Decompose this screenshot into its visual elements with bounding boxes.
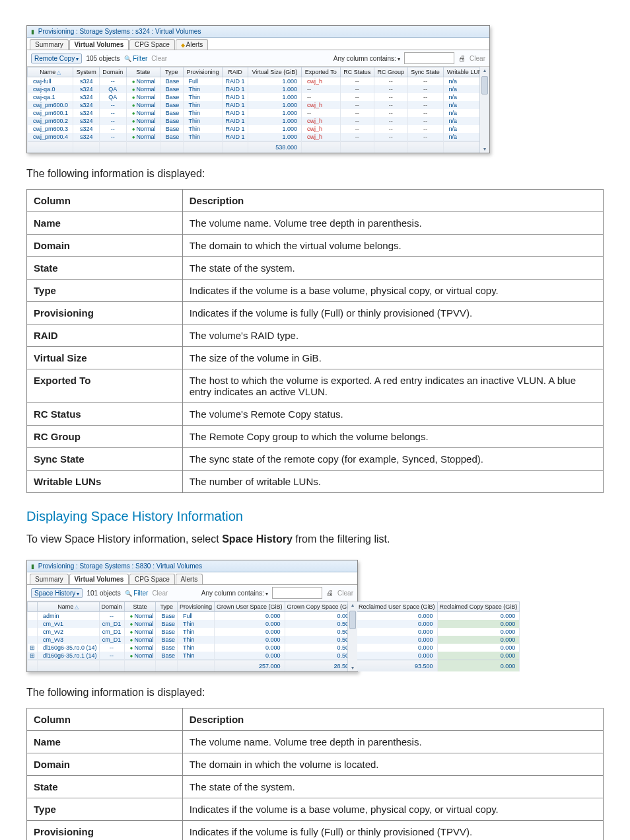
table-row[interactable]: cwj-fulls324--●NormalBaseFullRAID 11.000…: [28, 77, 489, 86]
table-row[interactable]: cwj_pm600.4s324--●NormalBaseThinRAID 11.…: [28, 133, 489, 141]
cell-column-desc: The number of writable LUNs.: [182, 471, 603, 493]
col-type[interactable]: Type: [160, 67, 183, 77]
cell-tree[interactable]: ⊞: [28, 652, 38, 660]
table-row[interactable]: admin--●NormalBaseFull0.0000.0000.0000.0…: [28, 612, 520, 621]
cell-sync: --: [407, 77, 443, 86]
scrollbar-thumb[interactable]: [349, 611, 356, 629]
cell-column-desc: Indicates if the volume is a base volume…: [182, 798, 603, 821]
tab-summary[interactable]: Summary: [30, 574, 69, 584]
scroll-up-icon[interactable]: ▴: [481, 67, 488, 73]
cell-gcs: 0.500: [285, 644, 357, 652]
cell-column-desc: The volume's Remote Copy status.: [182, 403, 603, 426]
cell-column-name: State: [27, 257, 183, 280]
cell-rus: 0.000: [357, 644, 438, 652]
table-row[interactable]: ⊞dl160g6-35.ro.0 (14)--●NormalBaseThin0.…: [28, 644, 520, 652]
scroll-down-icon[interactable]: ▾: [481, 146, 488, 152]
filter-link[interactable]: Filter: [125, 590, 149, 597]
col-virtual-size[interactable]: Virtual Size (GiB): [248, 67, 301, 77]
table-row: RAIDThe volume's RAID type.: [27, 325, 604, 347]
table-row[interactable]: cwj-qa.1s324QA●NormalBaseThinRAID 11.000…: [28, 93, 489, 101]
cell-gus: 0.000: [214, 652, 285, 660]
any-column-label[interactable]: Any column contains:: [333, 55, 400, 62]
col-rc-group[interactable]: RC Group: [374, 67, 407, 77]
vertical-scrollbar[interactable]: ▴ ▾: [479, 67, 489, 153]
col-rc-status[interactable]: RC Status: [340, 67, 374, 77]
col-provisioning[interactable]: Provisioning: [177, 602, 214, 612]
clear-filter-link[interactable]: Clear: [151, 55, 167, 62]
cell-name: admin: [38, 612, 100, 621]
tab-cpg-space[interactable]: CPG Space: [129, 39, 175, 50]
scroll-up-icon[interactable]: ▴: [349, 602, 356, 608]
dcol-description: Description: [182, 190, 603, 212]
state-ok-icon: ●: [132, 118, 135, 124]
table-row: TypeIndicates if the volume is a base vo…: [27, 798, 604, 821]
table-row[interactable]: ⊞dl160g6-35.ro.1 (14)--●NormalBaseThin0.…: [28, 652, 520, 660]
col-sync-state[interactable]: Sync State: [407, 67, 443, 77]
table-row: TypeIndicates if the volume is a base vo…: [27, 280, 604, 302]
cell-column-desc: The volume name. Volume tree depth in pa…: [182, 212, 603, 235]
vertical-scrollbar[interactable]: ▴ ▾: [347, 601, 357, 671]
filter-dropdown[interactable]: Remote Copy: [31, 54, 82, 63]
table-row[interactable]: cm_vv1cm_D1●NormalBaseThin0.0000.5000.00…: [28, 620, 520, 628]
col-type[interactable]: Type: [156, 602, 178, 612]
scrollbar-thumb[interactable]: [481, 76, 488, 95]
cell-export: cwj_h: [301, 117, 340, 125]
filter-link[interactable]: Filter: [124, 55, 148, 62]
cell-tree[interactable]: ⊞: [28, 644, 38, 652]
col-domain[interactable]: Domain: [99, 602, 124, 612]
col-exported-to[interactable]: Exported To: [301, 67, 340, 77]
table-row: Virtual SizeThe size of the volume in Gi…: [27, 347, 604, 369]
clear-button[interactable]: Clear: [470, 55, 485, 62]
table-row[interactable]: cm_vv2cm_D1●NormalBaseThin0.0000.5000.00…: [28, 628, 520, 636]
cell-gus: 0.000: [214, 636, 285, 644]
cell-name: cwj_pm600.3: [28, 125, 73, 133]
tab-cpg-space[interactable]: CPG Space: [129, 574, 175, 584]
col-system[interactable]: System: [73, 67, 100, 77]
col-domain[interactable]: Domain: [100, 67, 127, 77]
col-recl-user[interactable]: Reclaimed User Space (GiB): [357, 602, 438, 612]
tab-summary[interactable]: Summary: [30, 39, 69, 50]
cell-state: ●Normal: [124, 636, 156, 644]
cell-sync: --: [407, 125, 443, 133]
state-ok-icon: ●: [130, 613, 133, 619]
tab-virtual-volumes[interactable]: Virtual Volumes: [69, 574, 129, 584]
table-row[interactable]: cwj_pm600.0s324--●NormalBaseThinRAID 11.…: [28, 101, 489, 109]
scroll-down-icon[interactable]: ▾: [349, 665, 356, 671]
table-row[interactable]: cwj_pm600.3s324--●NormalBaseThinRAID 11.…: [28, 125, 489, 133]
cell-column-desc: The state of the system.: [182, 776, 603, 798]
col-provisioning[interactable]: Provisioning: [183, 67, 223, 77]
table-row[interactable]: cwj_pm600.2s324--●NormalBaseThinRAID 11.…: [28, 117, 489, 125]
col-grown-copy[interactable]: Grown Copy Space (GiB): [285, 602, 357, 612]
cell-tree: [28, 636, 38, 644]
column-filter-input[interactable]: [272, 587, 322, 599]
cell-type: Base: [160, 85, 183, 93]
cell-column-desc: The volume's RAID type.: [182, 325, 603, 347]
tab-alerts[interactable]: Alerts: [176, 574, 203, 584]
print-icon[interactable]: 🖨: [458, 54, 466, 62]
cell-domain: --: [100, 101, 127, 109]
col-raid[interactable]: RAID: [223, 67, 248, 77]
col-name[interactable]: Name△: [28, 67, 73, 77]
filter-dropdown[interactable]: Space History: [31, 588, 83, 598]
clear-filter-link[interactable]: Clear: [152, 590, 168, 597]
tab-alerts[interactable]: ◆Alerts: [176, 39, 209, 50]
cell-rcs: --: [340, 117, 374, 125]
cell-column-name: Sync State: [27, 448, 183, 471]
col-state[interactable]: State: [124, 602, 156, 612]
any-column-label[interactable]: Any column contains:: [201, 590, 268, 597]
col-recl-copy[interactable]: Reclaimed Copy Space (GiB): [437, 602, 520, 612]
print-icon[interactable]: 🖨: [326, 589, 333, 597]
clear-button[interactable]: Clear: [337, 590, 353, 597]
table-row[interactable]: cm_vv3cm_D1●NormalBaseThin0.0000.5000.00…: [28, 636, 520, 644]
cell-column-desc: Indicates if the volume is a base volume…: [182, 280, 603, 302]
column-filter-input[interactable]: [404, 52, 454, 64]
col-name[interactable]: Name△: [38, 602, 100, 612]
cell-rcg: --: [374, 93, 407, 101]
cell-column-desc: Indicates if the volume is fully (Full) …: [182, 821, 603, 841]
tab-virtual-volumes[interactable]: Virtual Volumes: [69, 39, 129, 50]
cell-prov: Thin: [183, 133, 223, 141]
col-state[interactable]: State: [126, 67, 160, 77]
table-row[interactable]: cwj_pm600.1s324--●NormalBaseThinRAID 11.…: [28, 109, 489, 117]
table-row[interactable]: cwj-qa.0s324QA●NormalBaseThinRAID 11.000…: [28, 85, 489, 93]
col-grown-user[interactable]: Grown User Space (GiB): [214, 602, 285, 612]
